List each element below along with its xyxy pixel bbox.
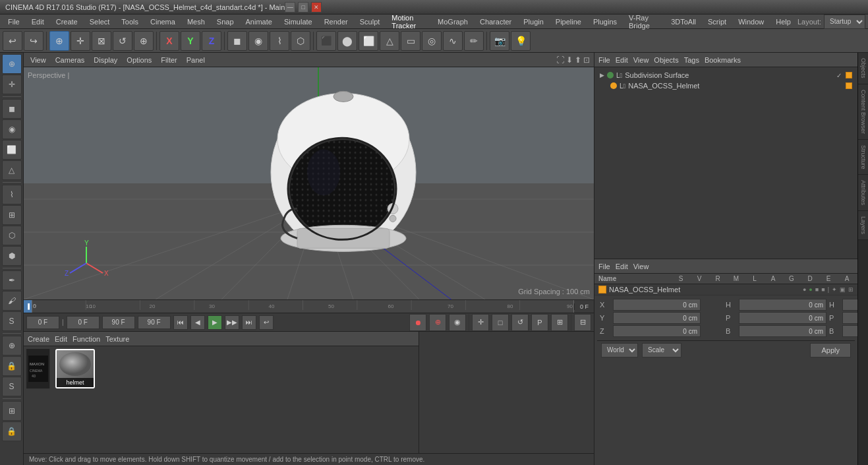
transform-tool-button[interactable]: ⊕	[134, 31, 154, 51]
x-size-input[interactable]	[739, 299, 826, 311]
cube-tool[interactable]: ◼	[2, 99, 22, 119]
tab-structure[interactable]: Structure	[858, 140, 868, 175]
nurbs-tool[interactable]: ⌇	[2, 185, 22, 204]
tab-layers[interactable]: Layers	[858, 211, 868, 240]
move-tool-button[interactable]: ✛	[71, 31, 90, 51]
om-file-menu[interactable]: File	[598, 56, 610, 64]
menu-select[interactable]: Select	[84, 16, 115, 27]
close-button[interactable]: ✕	[311, 2, 322, 13]
mat-function-menu[interactable]: Function	[72, 335, 100, 343]
menu-character[interactable]: Character	[475, 16, 517, 27]
cone-button[interactable]: △	[380, 31, 399, 51]
vp-display-menu[interactable]: Display	[91, 55, 120, 65]
z-axis-button[interactable]: Z	[202, 31, 221, 51]
deformer-tool[interactable]: ⊕	[2, 336, 22, 356]
mat-texture-menu[interactable]: Texture	[105, 335, 129, 343]
attr-helmet-item[interactable]: NASA_OCSS_Helmet ● ● ■ ■ | ✦ ▣ ⊞	[594, 284, 857, 295]
prev-frame-button[interactable]: ◀	[190, 315, 205, 330]
select-object-tool[interactable]: ⊕	[2, 54, 22, 74]
sweep-tool[interactable]: ⊞	[2, 205, 22, 225]
apply-button[interactable]: Apply	[810, 343, 851, 357]
menu-help[interactable]: Help	[770, 16, 796, 27]
menu-plugins[interactable]: Plugins	[588, 16, 622, 27]
minimize-button[interactable]: —	[285, 2, 295, 13]
y-axis-button[interactable]: Y	[181, 31, 200, 51]
grid-tool[interactable]: ⊞	[2, 401, 22, 421]
menu-motion-tracker[interactable]: Motion Tracker	[386, 13, 431, 31]
menu-mograph[interactable]: MoGraph	[432, 16, 473, 27]
menu-sculpt[interactable]: Sculpt	[355, 16, 386, 27]
menu-vray[interactable]: V-Ray Bridge	[623, 13, 664, 31]
min-frame-input[interactable]	[67, 316, 100, 329]
lock-tool[interactable]: 🔒	[2, 356, 22, 376]
magnet-tool[interactable]: 🔒	[2, 421, 22, 441]
menu-window[interactable]: Window	[733, 16, 769, 27]
menu-animate[interactable]: Animate	[241, 16, 277, 27]
soft-ik-button[interactable]: P	[531, 314, 548, 331]
menu-mesh[interactable]: Mesh	[182, 16, 210, 27]
loft-tool[interactable]: ⬢	[2, 246, 22, 266]
object-mode-button[interactable]: ◼	[227, 31, 247, 51]
undo-button[interactable]: ↩	[3, 31, 22, 51]
cube-button[interactable]: ⬛	[316, 31, 336, 51]
freehand-button[interactable]: ✏	[464, 31, 484, 51]
cone-tool[interactable]: △	[2, 160, 22, 180]
menu-render[interactable]: Render	[319, 16, 353, 27]
camera-button[interactable]: 📷	[490, 31, 509, 51]
torus-button[interactable]: ◎	[422, 31, 442, 51]
plane-button[interactable]: ▭	[401, 31, 420, 51]
viewport-icon-1[interactable]: ⛶	[556, 55, 564, 65]
spline-pen-tool[interactable]: ✒	[2, 270, 22, 290]
layout-dropdown[interactable]: Startup	[824, 15, 865, 29]
phong-tag[interactable]	[846, 72, 852, 78]
tab-attributes[interactable]: Attributes	[858, 175, 868, 211]
y-size-input[interactable]	[739, 312, 826, 324]
attr-view-menu[interactable]: View	[633, 263, 649, 270]
menu-script[interactable]: Script	[703, 16, 732, 27]
edge-mode-button[interactable]: ⌇	[270, 31, 289, 51]
menu-file[interactable]: File	[3, 16, 25, 27]
helmet-tag[interactable]	[846, 82, 852, 89]
attr-file-menu[interactable]: File	[598, 263, 610, 270]
viewport-icon-3[interactable]: ⬆	[575, 55, 581, 65]
timeline-track[interactable]: 0 10 0 10 20	[32, 300, 574, 313]
move-object-tool[interactable]: ✛	[2, 75, 22, 94]
viewport-canvas[interactable]: Perspective |	[24, 67, 594, 299]
vp-view-menu[interactable]: View	[28, 55, 49, 65]
rotate-tool-button[interactable]: ↺	[113, 31, 132, 51]
vp-cameras-menu[interactable]: Cameras	[53, 55, 88, 65]
z-position-input[interactable]	[613, 325, 701, 337]
skip-end-button[interactable]: ⏭	[242, 315, 256, 330]
om-bookmarks-menu[interactable]: Bookmarks	[705, 56, 741, 64]
viewport-icon-2[interactable]: ⬇	[566, 55, 573, 65]
preview-frame-input[interactable]	[138, 316, 171, 329]
keyframe-button[interactable]: ◉	[449, 314, 466, 331]
ik-button[interactable]: ↺	[511, 314, 529, 331]
transform-mode-dropdown[interactable]: Scale Rotate Move	[642, 343, 681, 357]
record-button[interactable]: ⏺	[409, 314, 426, 331]
menu-cinema[interactable]: Cinema	[145, 16, 181, 27]
attr-edit-menu[interactable]: Edit	[616, 263, 628, 270]
cylinder-tool[interactable]: ⬜	[2, 140, 22, 160]
sculpt-tool[interactable]: S	[2, 377, 22, 396]
poly-mode-button[interactable]: ⬡	[291, 31, 310, 51]
max-frame-input[interactable]	[102, 316, 135, 329]
viewport-icon-4[interactable]: ⊡	[583, 55, 590, 65]
scale-tool-button[interactable]: ⊠	[92, 31, 111, 51]
lathe-tool[interactable]: ⬡	[2, 226, 22, 245]
y-position-input[interactable]	[613, 312, 701, 324]
menu-plugin[interactable]: Plugin	[518, 16, 549, 27]
redo-button[interactable]: ↪	[24, 31, 43, 51]
material-helmet-swatch[interactable]: helmet	[55, 349, 95, 388]
point-mode-button[interactable]: ◉	[248, 31, 268, 51]
paint-tool[interactable]: 🖌	[2, 291, 22, 311]
maximize-button[interactable]: □	[298, 2, 308, 13]
play-button[interactable]: ▶	[208, 315, 222, 330]
z-size-input[interactable]	[739, 325, 826, 337]
next-frame-button[interactable]: ▶▶	[225, 315, 239, 330]
om-nasa-helmet[interactable]: L⃝ NASA_OCSS_Helmet	[597, 80, 855, 91]
cylinder-button[interactable]: ⬜	[359, 31, 378, 51]
menu-simulate[interactable]: Simulate	[279, 16, 318, 27]
motion-path-button[interactable]: ✛	[472, 314, 489, 331]
light-button[interactable]: 💡	[511, 31, 531, 51]
